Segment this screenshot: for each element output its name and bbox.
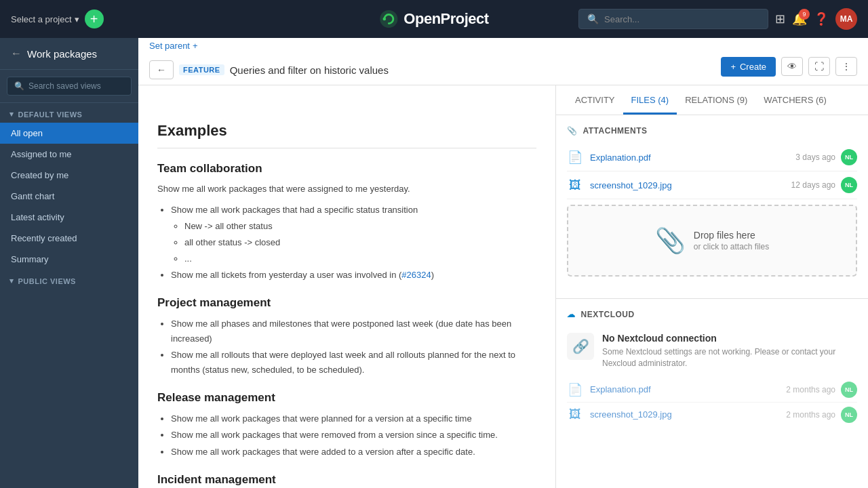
chevron-down-icon: ▾ (9, 277, 14, 285)
search-icon: 🔍 (587, 14, 599, 24)
ticket-link[interactable]: #26324 (401, 270, 431, 280)
project-select-label: Select a project (11, 14, 72, 24)
eye-icon: 👁 (787, 61, 797, 72)
app-title: OpenProject (403, 10, 488, 28)
drop-text: Drop files here or click to attach files (694, 230, 769, 251)
preview-button[interactable]: 👁 (781, 57, 803, 76)
section-incident-mgmt-heading: Incident management (157, 473, 536, 487)
sidebar-item-label: Gantt chart (11, 191, 54, 201)
more-options-button[interactable]: ⋮ (835, 57, 857, 76)
broken-link-icon: 🔗 (567, 333, 594, 360)
file-drop-zone[interactable]: 📎 Drop files here or click to attach fil… (567, 205, 857, 277)
sidebar-item-label: Summary (11, 254, 49, 264)
nc-date: 2 months ago (786, 385, 835, 394)
attachments-heading: 📎 ATTACHMENTS (567, 126, 857, 136)
sidebar-search: 🔍 (0, 70, 138, 103)
toolbar-title: Queries and filter on historic values (230, 64, 389, 76)
sidebar: ← Work packages 🔍 ▾ DEFAULT VIEWS All op… (0, 38, 138, 488)
sidebar-item-label: Latest activity (11, 212, 64, 222)
attachment-avatar: NL (841, 149, 857, 165)
project-select[interactable]: Select a project ▾ (11, 14, 79, 24)
list-item: Show me all phases and milestones that w… (171, 317, 536, 346)
attachment-item-pdf: 📄 Explanation.pdf 3 days ago NL (567, 144, 857, 171)
attachment-name[interactable]: screenshot_1029.jpg (590, 180, 785, 190)
sidebar-search-container[interactable]: 🔍 (7, 77, 132, 96)
sidebar-item-label: Created by me (11, 170, 68, 180)
sidebar-item-gantt-chart[interactable]: Gantt chart (0, 186, 138, 207)
avatar[interactable]: MA (835, 8, 857, 30)
notification-badge: 9 (799, 9, 810, 20)
tabs: ACTIVITY FILES (4) RELATIONS (9) WATCHER… (556, 85, 868, 115)
list-item: ... (184, 251, 536, 266)
toolbar: Set parent + ← FEATURE Queries and filte… (138, 38, 868, 85)
proj-mgmt-list: Show me all phases and milestones that w… (157, 317, 536, 378)
list-item: Show me all tickets from yesterday a use… (171, 268, 536, 283)
attachment-date: 12 days ago (791, 180, 835, 190)
sidebar-item-label: Recently created (11, 233, 77, 243)
nc-filename[interactable]: Explanation.pdf (590, 384, 779, 394)
sidebar-item-recently-created[interactable]: Recently created (0, 228, 138, 249)
drop-text-sub: or click to attach files (694, 242, 769, 251)
sidebar-item-assigned-to-me[interactable]: Assigned to me (0, 144, 138, 165)
global-search-box[interactable]: 🔍 (578, 9, 768, 29)
main-panel: Examples Team collaboration Show me all … (138, 85, 556, 488)
set-parent-link[interactable]: Set parent (149, 41, 190, 51)
nc-filename[interactable]: screenshot_1029.jpg (590, 409, 779, 420)
attachment-meta: 3 days ago NL (795, 149, 857, 165)
set-parent-plus[interactable]: + (193, 41, 198, 51)
drop-text-main: Drop files here (694, 230, 769, 241)
pdf-file-icon: 📄 (567, 149, 583, 165)
list-item: Show me all work packages that were remo… (171, 428, 536, 443)
feature-badge: FEATURE (179, 64, 224, 75)
sidebar-item-latest-activity[interactable]: Latest activity (0, 207, 138, 228)
add-project-button[interactable]: + (85, 9, 104, 28)
section-proj-mgmt-heading: Project management (157, 296, 536, 310)
nc-meta: 2 months ago NL (786, 407, 857, 423)
create-button[interactable]: + Create (721, 57, 776, 77)
nextcloud-no-conn-text: No Nextcloud connection Some Nextcloud s… (602, 333, 857, 369)
attachment-item-img: 🖼 screenshot_1029.jpg 12 days ago NL (567, 171, 857, 199)
help-icon[interactable]: ❓ (814, 12, 829, 26)
list-item: New -> all other status (184, 219, 536, 234)
team-collab-list: Show me all work packages that had a spe… (157, 203, 536, 283)
nextcloud-no-connection: 🔗 No Nextcloud connection Some Nextcloud… (567, 327, 857, 378)
nc-meta: 2 months ago NL (786, 382, 857, 398)
nc-pdf-icon: 📄 (567, 382, 583, 398)
tab-watchers[interactable]: WATCHERS (6) (755, 85, 834, 115)
svg-point-1 (382, 18, 386, 21)
sidebar-back-icon[interactable]: ← (11, 47, 22, 60)
tab-activity[interactable]: ACTIVITY (567, 85, 623, 115)
default-views-section-header[interactable]: ▾ DEFAULT VIEWS (0, 103, 138, 123)
public-views-section-header[interactable]: ▾ PUBLIC VIEWS (0, 270, 138, 289)
sidebar-item-created-by-me[interactable]: Created by me (0, 165, 138, 186)
fullscreen-button[interactable]: ⛶ (808, 57, 830, 76)
section-team-collab-desc: Show me all work packages that were assi… (157, 182, 536, 196)
main-title: Examples (157, 122, 536, 148)
tab-relations[interactable]: RELATIONS (9) (677, 85, 755, 115)
global-search-input[interactable] (604, 14, 760, 24)
toolbar-right: + Create 👁 ⛶ ⋮ (721, 57, 857, 77)
grid-icon[interactable]: ⊞ (775, 12, 785, 26)
topbar-left: Select a project ▾ + (11, 9, 104, 28)
tab-files[interactable]: FILES (4) (623, 85, 677, 115)
sidebar-header: ← Work packages (0, 38, 138, 70)
release-mgmt-list: Show me all work packages that were plan… (157, 411, 536, 459)
sidebar-item-summary[interactable]: Summary (0, 249, 138, 270)
nextcloud-section: ☁ NEXTCLOUD 🔗 No Nextcloud connection So… (556, 298, 868, 438)
section-release-mgmt-heading: Release management (157, 391, 536, 405)
nc-file-item-pdf: 📄 Explanation.pdf 2 months ago NL (567, 378, 857, 403)
attachment-name[interactable]: Explanation.pdf (590, 152, 789, 163)
attachment-date: 3 days ago (795, 152, 835, 162)
list-item: Show me all work packages that were plan… (171, 411, 536, 426)
sidebar-item-all-open[interactable]: All open (0, 123, 138, 144)
list-item: all other status -> closed (184, 235, 536, 250)
list-item: Show me all rollouts that were deployed … (171, 348, 536, 378)
saved-views-search-input[interactable] (28, 81, 124, 91)
split-content: Examples Team collaboration Show me all … (138, 85, 868, 488)
attachment-meta: 12 days ago NL (791, 177, 857, 193)
nc-date: 2 months ago (786, 410, 835, 420)
back-button[interactable]: ← (149, 60, 174, 79)
nc-no-conn-desc: Some Nextcloud settings are not working.… (602, 346, 857, 369)
notifications-button[interactable]: 🔔 9 (792, 12, 807, 26)
paperclip-large-icon: 📎 (655, 226, 686, 255)
